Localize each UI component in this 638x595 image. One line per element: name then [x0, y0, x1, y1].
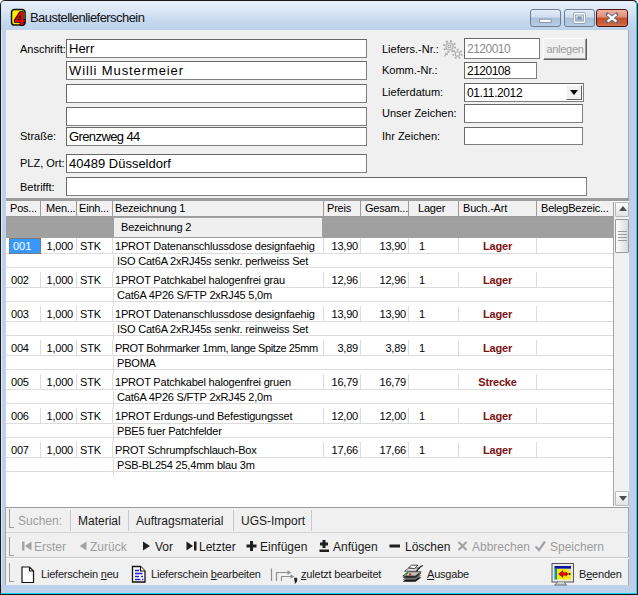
svg-text:4: 4: [14, 9, 24, 29]
